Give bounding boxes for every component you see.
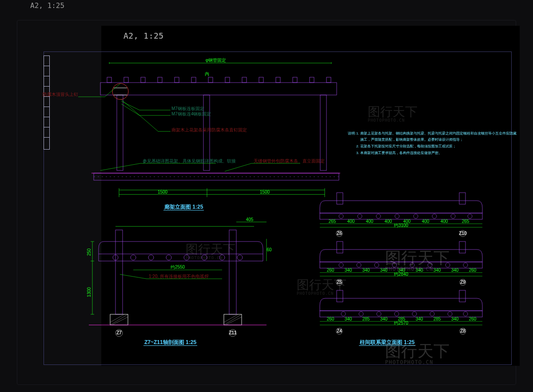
svg-text:260: 260 bbox=[327, 268, 334, 273]
svg-point-84 bbox=[392, 263, 397, 267]
svg-text:Z6: Z6 bbox=[337, 231, 342, 236]
svg-text:285: 285 bbox=[362, 317, 370, 321]
svg-text:400: 400 bbox=[422, 219, 430, 224]
svg-text:340: 340 bbox=[380, 317, 388, 321]
svg-point-33 bbox=[166, 255, 171, 260]
view-title-section: Z7~Z11轴剖面图 1:25 bbox=[143, 339, 197, 346]
svg-point-109 bbox=[412, 312, 417, 316]
note-item: 廊架上花架条与托架、钢结构挑架与托梁、托梁与托梁之间均固定螺栓和自攻螺丝等小五金… bbox=[360, 131, 520, 143]
svg-text:265: 265 bbox=[462, 219, 469, 224]
view-elevation: φ钢管固定 内 防腐木顶冒头上钉 M7钢板连板固定 M7钢板连4钢板固定 廊架木… bbox=[91, 57, 349, 192]
svg-rect-15 bbox=[117, 95, 123, 170]
svg-point-64 bbox=[451, 214, 455, 218]
svg-point-31 bbox=[131, 255, 136, 260]
svg-point-86 bbox=[428, 263, 432, 267]
svg-rect-14 bbox=[326, 77, 331, 83]
svg-rect-10 bbox=[259, 77, 263, 83]
svg-rect-6 bbox=[191, 77, 196, 83]
svg-text:260: 260 bbox=[469, 268, 477, 273]
svg-text:340: 340 bbox=[362, 268, 370, 273]
leader-text: M7钢板连板固定 bbox=[171, 106, 204, 111]
dim-value: 1300 bbox=[87, 287, 91, 297]
svg-rect-12 bbox=[293, 77, 297, 83]
svg-rect-3 bbox=[141, 77, 145, 83]
svg-text:285: 285 bbox=[398, 317, 406, 321]
svg-point-65 bbox=[468, 214, 472, 218]
view-title-beams: 柱间联系梁立面图 1:25 bbox=[359, 339, 415, 346]
svg-rect-2 bbox=[124, 77, 128, 83]
svg-text:340: 340 bbox=[345, 268, 352, 273]
svg-text:340: 340 bbox=[380, 268, 388, 273]
svg-rect-7 bbox=[208, 77, 213, 83]
svg-rect-13 bbox=[310, 77, 314, 83]
dim-note: 内 bbox=[205, 71, 209, 76]
svg-rect-1 bbox=[107, 77, 111, 83]
svg-point-82 bbox=[357, 263, 361, 267]
svg-point-108 bbox=[394, 312, 399, 316]
dim-value: 1500 bbox=[260, 190, 270, 194]
svg-rect-5 bbox=[175, 77, 179, 83]
svg-text:400: 400 bbox=[347, 219, 355, 224]
leader-text: 参见基础详图花架、具体见钢筋详图构成、软接 bbox=[143, 158, 236, 163]
view-title-elevation: 廊架立面图 1:25 bbox=[163, 203, 204, 211]
svg-text:400: 400 bbox=[385, 219, 392, 224]
svg-point-88 bbox=[463, 263, 468, 267]
svg-point-85 bbox=[410, 263, 414, 267]
svg-point-21 bbox=[112, 83, 128, 99]
dim-value: 250 bbox=[87, 248, 91, 256]
dim-value: 1500 bbox=[158, 190, 168, 194]
svg-text:400: 400 bbox=[403, 219, 411, 224]
svg-point-34 bbox=[184, 255, 189, 260]
svg-point-36 bbox=[219, 255, 225, 260]
leader-text: φ钢管固定 bbox=[206, 58, 226, 63]
svg-text:340: 340 bbox=[434, 268, 441, 273]
svg-text:340: 340 bbox=[451, 317, 459, 321]
outer-sheet-title: A2, 1:25 bbox=[30, 0, 64, 12]
svg-point-59 bbox=[358, 214, 362, 218]
svg-text:Z11: Z11 bbox=[229, 330, 237, 335]
svg-rect-4 bbox=[158, 77, 162, 83]
view-section: 250 1300 405 60 约2550 1:20, 所有连接板用不色电弧焊 … bbox=[89, 217, 275, 338]
note-item: 本廊架对施工要求较高，各构件连接处应做致严密。 bbox=[360, 150, 520, 156]
svg-point-81 bbox=[339, 263, 343, 267]
svg-point-112 bbox=[463, 312, 468, 316]
svg-text:Z7: Z7 bbox=[116, 330, 122, 335]
svg-point-60 bbox=[376, 214, 381, 218]
svg-rect-9 bbox=[242, 77, 247, 83]
svg-text:340: 340 bbox=[416, 317, 423, 321]
svg-point-83 bbox=[374, 263, 379, 267]
leader-text: 1:20, 所有连接板用不色电弧焊 bbox=[149, 274, 209, 279]
view-beam-elevations: 约3100 Z6 Z10 265 400 400 400 400 400 400… bbox=[310, 190, 501, 334]
sheet-title: A2, 1:25 bbox=[123, 31, 164, 41]
svg-text:265: 265 bbox=[329, 219, 336, 224]
svg-point-32 bbox=[148, 255, 154, 260]
svg-text:400: 400 bbox=[366, 219, 374, 224]
svg-point-58 bbox=[339, 214, 343, 218]
cad-preview-sheet: A2, 1:25 bbox=[101, 26, 520, 366]
svg-point-62 bbox=[414, 214, 418, 218]
svg-point-37 bbox=[237, 255, 243, 260]
svg-point-63 bbox=[432, 214, 437, 218]
svg-text:Z9: Z9 bbox=[460, 280, 465, 285]
svg-text:Z10: Z10 bbox=[459, 231, 467, 236]
leader-text: M7钢板连4钢板固定 bbox=[171, 111, 211, 116]
svg-text:340: 340 bbox=[416, 268, 423, 273]
svg-text:400: 400 bbox=[441, 219, 448, 224]
svg-point-35 bbox=[202, 255, 207, 260]
svg-text:260: 260 bbox=[469, 317, 477, 321]
svg-point-61 bbox=[395, 214, 399, 218]
svg-text:Z5: Z5 bbox=[337, 280, 342, 285]
dim-value: 405 bbox=[246, 217, 254, 222]
svg-text:Z8: Z8 bbox=[460, 329, 465, 333]
svg-text:340: 340 bbox=[398, 268, 406, 273]
svg-point-107 bbox=[377, 312, 381, 316]
svg-rect-38 bbox=[115, 230, 123, 314]
svg-text:Z4: Z4 bbox=[337, 329, 342, 333]
leader-text: 廊架木上花架条采用防腐木条直钉固定 bbox=[171, 127, 247, 132]
svg-rect-8 bbox=[225, 77, 230, 83]
leader-text: 约2550 bbox=[171, 265, 185, 269]
svg-point-110 bbox=[430, 312, 434, 316]
dim-value: 60 bbox=[266, 247, 272, 252]
svg-point-111 bbox=[448, 312, 452, 316]
note-item: 花架条下托架按对应尺寸分段选配，每段须按图加工或试装； bbox=[360, 143, 520, 150]
